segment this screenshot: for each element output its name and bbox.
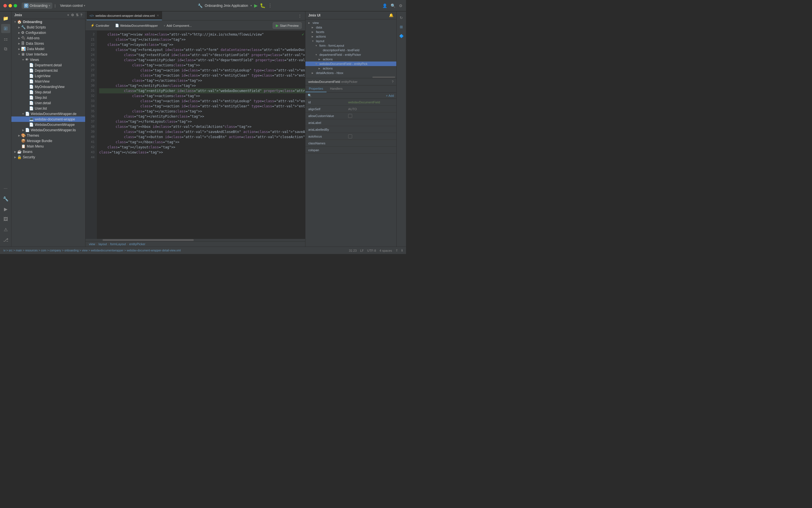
notification-icon[interactable]: 🔔 bbox=[389, 13, 394, 17]
props-tab-handlers[interactable]: Handlers bbox=[326, 85, 346, 92]
file-tree-item[interactable]: ▼👁Views bbox=[11, 57, 85, 62]
file-tree-item[interactable]: ▶🔧Build Scripts bbox=[11, 25, 85, 30]
gear-icon[interactable]: ⚙ bbox=[71, 13, 74, 17]
prop-row[interactable]: idwebdavDocumentField bbox=[306, 99, 396, 105]
ui-tree-item[interactable]: ▼departmentField - entityPicker bbox=[306, 52, 396, 57]
prop-row[interactable]: ariaLabel bbox=[306, 119, 396, 126]
file-tree-item[interactable]: 📦Message Bundle bbox=[11, 138, 85, 143]
prop-checkbox[interactable] bbox=[348, 134, 352, 138]
start-preview-button[interactable]: ▶ Start Preview bbox=[273, 22, 302, 29]
question-icon[interactable]: ? bbox=[80, 13, 82, 17]
file-tree-item[interactable]: 📋Main Menu bbox=[11, 143, 85, 149]
prop-row[interactable]: autofocus bbox=[306, 133, 396, 140]
sidebar-btn-warning[interactable]: ⚠ bbox=[1, 225, 10, 234]
settings-button[interactable]: ⚙ bbox=[399, 3, 403, 8]
prop-row[interactable]: allowCustomValue bbox=[306, 113, 396, 119]
breadcrumb-item[interactable]: layout bbox=[98, 242, 107, 246]
maximize-window-button[interactable] bbox=[14, 4, 17, 7]
file-tree-item[interactable]: 📄LoginView bbox=[11, 73, 85, 79]
sidebar-right-refresh-icon[interactable]: ↻ bbox=[398, 14, 405, 22]
file-tree-item[interactable]: ▶🎨Themes bbox=[11, 133, 85, 138]
file-tree-item[interactable]: 📄Step.list bbox=[11, 95, 85, 100]
file-tree-item[interactable]: 💻webdav-document-wrappe bbox=[11, 117, 85, 122]
app-switcher[interactable]: O Onboarding ▾ bbox=[22, 3, 52, 9]
sidebar-right-ui-icon[interactable]: ⊞ bbox=[398, 23, 405, 31]
close-window-button[interactable] bbox=[3, 4, 7, 7]
file-tree-item[interactable]: 📄MyOnboardingView bbox=[11, 84, 85, 89]
sidebar-btn-tools[interactable]: 🔧 bbox=[1, 194, 10, 203]
prop-checkbox[interactable] bbox=[348, 114, 352, 118]
controller-button[interactable]: ⚡ Controller bbox=[89, 23, 111, 28]
ui-tree-item[interactable]: descriptionField - textField bbox=[306, 48, 396, 52]
ui-tree-item[interactable]: ▶actions bbox=[306, 57, 396, 61]
sidebar-btn-run[interactable]: ▶ bbox=[1, 205, 10, 214]
props-search-input[interactable] bbox=[313, 94, 384, 97]
ui-tree-item[interactable]: ▶actions bbox=[306, 66, 396, 71]
ui-tree-item[interactable]: ▶detailActions - hbox bbox=[306, 71, 396, 75]
file-tree-item[interactable]: ▼📄WebdavDocumentWrapper.de bbox=[11, 111, 85, 117]
ui-tree-item[interactable]: ▶facets bbox=[306, 30, 396, 34]
profile-button[interactable]: 👤 bbox=[382, 3, 387, 8]
status-share-icon[interactable]: ⇧ bbox=[396, 249, 398, 252]
ui-tree-item[interactable]: ▶actions bbox=[306, 34, 396, 39]
status-info-icon[interactable]: ℹ bbox=[401, 249, 403, 252]
file-tree-item[interactable]: ▼🏠Onboarding bbox=[11, 19, 85, 25]
prop-row[interactable]: classNames bbox=[306, 140, 396, 146]
sidebar-btn-layers[interactable]: ⧉ bbox=[1, 44, 10, 53]
sidebar-btn-folder[interactable]: 📁 bbox=[1, 14, 10, 23]
props-tab-properties[interactable]: Properties bbox=[306, 85, 326, 92]
editor-tab-active[interactable]: </> webdav-document-wrapper-detail-view.… bbox=[87, 11, 162, 20]
prop-row[interactable]: colspan bbox=[306, 146, 396, 154]
minimize-window-button[interactable] bbox=[8, 4, 12, 7]
ui-tree-item[interactable]: ▼webdavDocumentField - entityPick bbox=[306, 61, 396, 66]
ui-tree-item[interactable]: ▶data bbox=[306, 25, 396, 30]
more-button[interactable]: ⋮ bbox=[268, 3, 272, 8]
tab-close-icon[interactable]: ✕ bbox=[157, 14, 159, 17]
breadcrumb-item[interactable]: formLayout bbox=[110, 242, 126, 246]
file-tree-item[interactable]: 📄MainView bbox=[11, 79, 85, 84]
breadcrumb-item[interactable]: entityPicker bbox=[129, 242, 145, 246]
props-add-button[interactable]: + Add bbox=[386, 94, 394, 97]
run-button[interactable]: ▶ bbox=[254, 3, 257, 8]
file-tree-item[interactable]: ▼🖥User Interface bbox=[11, 51, 85, 57]
sidebar-btn-image[interactable]: 🖼 bbox=[1, 215, 10, 224]
file-tree-item[interactable]: ▶🔒Security bbox=[11, 154, 85, 160]
file-tree-item[interactable]: 📄Department.list bbox=[11, 68, 85, 73]
ui-tree-item[interactable]: ▼layout bbox=[306, 39, 396, 43]
file-tree-item[interactable]: 📄User.detail bbox=[11, 100, 85, 105]
sidebar-btn-jmix[interactable]: J bbox=[1, 24, 10, 33]
arrows-icon[interactable]: ⇅ bbox=[76, 13, 79, 17]
wrapper-button[interactable]: 📄 WebdavDocumentWrapper bbox=[113, 23, 160, 28]
editor-h-scrollbar[interactable] bbox=[85, 239, 305, 241]
file-tree-item[interactable]: 📄Step.detail bbox=[11, 89, 85, 95]
file-tree-item[interactable]: ▶☕Beans bbox=[11, 149, 85, 154]
prop-value[interactable] bbox=[348, 134, 352, 138]
prop-value[interactable] bbox=[348, 114, 352, 118]
ui-tree-item[interactable]: ▼form - formLayout bbox=[306, 43, 396, 48]
ui-tree-item[interactable]: ▶view bbox=[306, 20, 396, 25]
file-tree-item[interactable]: ▶⚙Configuration bbox=[11, 30, 85, 35]
file-tree-item[interactable]: ▶📄WebdavDocumentWrapper.lis bbox=[11, 127, 85, 133]
add-file-button[interactable]: + bbox=[67, 13, 69, 17]
file-tree-item[interactable]: 📄User.list bbox=[11, 105, 85, 111]
tree-v-scrollbar[interactable] bbox=[306, 76, 396, 78]
props-help-icon[interactable]: ? bbox=[392, 80, 394, 83]
file-tree-item[interactable]: 📄Department.detail bbox=[11, 62, 85, 68]
file-tree-item[interactable]: ▶📊Data Model bbox=[11, 46, 85, 51]
add-component-button[interactable]: + Add Component... bbox=[162, 23, 194, 28]
tab-bar-more-button[interactable]: ⋮ bbox=[296, 14, 304, 18]
version-control-button[interactable]: Version control ▾ bbox=[58, 3, 87, 8]
file-tree-item[interactable]: ▶🗄Data Stores bbox=[11, 41, 85, 46]
prop-row[interactable]: alignSelfAUTO bbox=[306, 105, 396, 113]
sidebar-btn-dots[interactable]: ··· bbox=[1, 184, 10, 193]
debug-button[interactable]: 🐛 bbox=[260, 3, 266, 8]
file-tree-item[interactable]: 📄WebdavDocumentWrappe bbox=[11, 122, 85, 127]
sidebar-right-component-icon[interactable]: 🔷 bbox=[398, 32, 405, 40]
sidebar-btn-structure[interactable]: ⚏ bbox=[1, 34, 10, 43]
code-editor[interactable]: 2212223242526272829303132333435363738394… bbox=[85, 31, 305, 239]
search-button[interactable]: 🔍 bbox=[391, 3, 396, 8]
prop-row[interactable]: ariaLabelledBy bbox=[306, 126, 396, 133]
file-tree-item[interactable]: ▶🔌Add-ons bbox=[11, 35, 85, 41]
sidebar-btn-git[interactable]: ⎇ bbox=[1, 235, 10, 244]
breadcrumb-item[interactable]: view bbox=[89, 242, 95, 246]
